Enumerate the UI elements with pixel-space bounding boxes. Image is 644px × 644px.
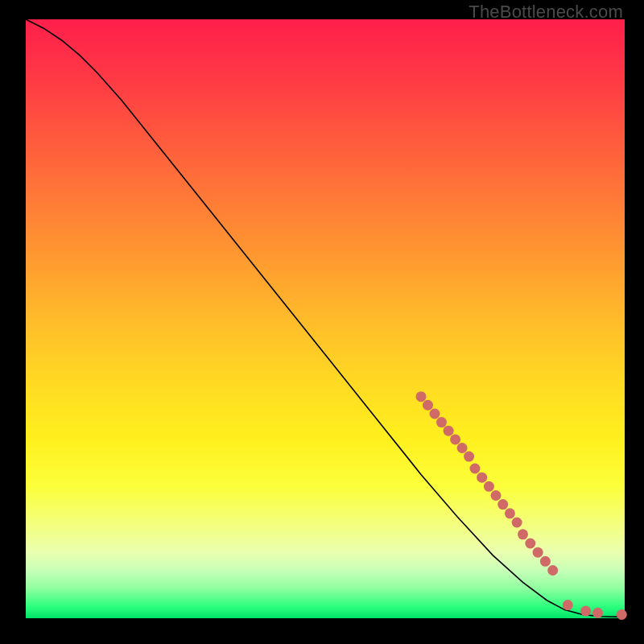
data-dot [416,391,427,402]
data-dot [533,547,543,558]
data-dot [450,434,460,444]
data-dot [484,481,494,492]
data-dot [617,609,627,620]
data-dot [563,600,573,610]
data-dot [512,518,522,528]
data-dot [457,443,468,453]
data-dot [540,556,551,567]
data-dot [592,608,603,618]
bottleneck-curve [26,19,625,617]
data-dot [505,508,515,518]
data-dot [444,426,454,436]
data-dot [423,400,433,411]
data-dot [547,565,558,576]
data-dot [430,409,440,419]
data-dot [436,417,447,427]
data-dot [464,452,474,462]
data-dot [477,473,487,483]
watermark-text: TheBottleneck.com [469,2,623,23]
data-dot [470,464,481,474]
data-dot [491,490,502,501]
chart-frame: TheBottleneck.com [0,0,644,644]
data-dot [518,529,528,539]
data-dot [525,539,535,549]
data-dot [497,499,508,510]
plot-area [26,19,625,618]
chart-svg [26,19,625,618]
data-dot [580,606,591,617]
